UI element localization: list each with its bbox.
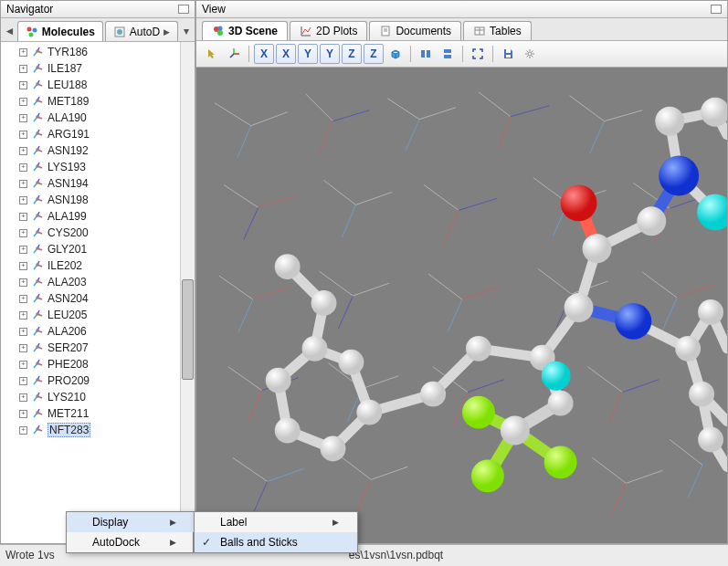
view-minimize-icon[interactable]	[711, 5, 722, 14]
tree-item[interactable]: +ARG191	[1, 126, 180, 142]
expand-icon[interactable]: +	[19, 377, 27, 385]
tool-axis-z-neg[interactable]: Z	[364, 44, 384, 64]
tree-item[interactable]: +SER207	[1, 340, 180, 356]
expand-icon[interactable]: +	[19, 278, 27, 287]
expand-icon[interactable]: +	[19, 246, 27, 254]
tree-item[interactable]: +ASN204	[1, 290, 180, 307]
expand-icon[interactable]: +	[19, 147, 27, 155]
tree-item[interactable]: +PHE208	[1, 356, 180, 372]
svg-line-141	[590, 121, 605, 154]
tree-item[interactable]: +ASN194	[1, 175, 180, 192]
check-icon: ✓	[202, 536, 211, 549]
expand-icon[interactable]: +	[19, 393, 27, 402]
tab-documents[interactable]: Documents	[369, 21, 461, 40]
menu-autodock[interactable]: AutoDock ▶	[67, 532, 195, 552]
tool-axis-z-pos[interactable]: Z	[342, 44, 362, 64]
svg-rect-117	[506, 49, 511, 53]
svg-line-170	[642, 272, 677, 298]
tool-fullscreen[interactable]	[468, 44, 488, 64]
svg-line-132	[320, 121, 333, 153]
tree-item[interactable]: +LYS193	[1, 159, 180, 175]
scrollbar-thumb[interactable]	[182, 279, 194, 380]
tree-item-label: SER207	[47, 341, 89, 354]
tree-item-label: PHE208	[47, 358, 89, 371]
tool-settings[interactable]	[520, 44, 540, 64]
expand-icon[interactable]: +	[19, 98, 27, 106]
tree-item[interactable]: +LEU205	[1, 307, 180, 323]
tree-item[interactable]: +PRO209	[1, 372, 180, 389]
expand-icon[interactable]: +	[19, 262, 27, 270]
tree-item[interactable]: +ALA190	[1, 110, 180, 126]
expand-icon[interactable]: +	[19, 163, 27, 172]
navigator-title: Navigator	[6, 3, 53, 16]
3d-viewport[interactable]	[196, 68, 727, 543]
expand-icon[interactable]: +	[19, 48, 27, 57]
expand-icon[interactable]: +	[19, 65, 27, 73]
expand-icon[interactable]: +	[19, 180, 27, 188]
tool-split-h[interactable]	[416, 44, 436, 64]
svg-point-248	[564, 293, 594, 322]
tree-item[interactable]: +ASN198	[1, 192, 180, 208]
expand-icon[interactable]: +	[19, 213, 27, 221]
expand-icon[interactable]: +	[19, 196, 27, 204]
menu-label[interactable]: Label ▶	[195, 512, 357, 532]
tool-pointer[interactable]	[202, 44, 222, 64]
tree-item[interactable]: +ALA206	[1, 323, 180, 340]
tree-item[interactable]: +ALA203	[1, 274, 180, 290]
tree-item[interactable]: +MET211	[1, 405, 180, 422]
tree-item[interactable]: +LYS210	[1, 389, 180, 405]
tool-axis-x-pos[interactable]: X	[254, 44, 274, 64]
expand-icon[interactable]: +	[19, 361, 27, 369]
tree-item[interactable]: +ASN192	[1, 142, 180, 159]
tab-tables[interactable]: Tables	[463, 21, 532, 40]
tree-item[interactable]: +MET189	[1, 93, 180, 110]
tool-axis-x-neg[interactable]: X	[276, 44, 296, 64]
menu-display[interactable]: Display ▶	[67, 512, 195, 532]
expand-icon[interactable]: +	[19, 426, 27, 435]
tree-item[interactable]: +ALA199	[1, 208, 180, 225]
molecule-icon	[26, 26, 38, 38]
tree-scrollbar[interactable]	[180, 42, 195, 543]
chevron-right-icon: ▶	[164, 27, 170, 37]
tree-item-label: ALA203	[47, 276, 87, 288]
svg-line-172	[677, 285, 713, 298]
expand-icon[interactable]: +	[19, 311, 27, 320]
tree-item[interactable]: +CYS200	[1, 225, 180, 241]
tree-item[interactable]: +GLY201	[1, 241, 180, 257]
tool-cube[interactable]	[385, 44, 406, 64]
menu-balls-and-sticks[interactable]: ✓ Balls and Sticks	[195, 532, 357, 552]
molecule-tree[interactable]: +TYR186+ILE187+LEU188+MET189+ALA190+ARG1…	[1, 42, 180, 543]
expand-icon[interactable]: +	[19, 131, 27, 139]
tab-molecules[interactable]: Molecules	[17, 21, 103, 41]
tool-split-v[interactable]	[438, 44, 458, 64]
tab-2d-plots[interactable]: 2D Plots	[290, 21, 367, 40]
tool-axes[interactable]	[224, 44, 244, 64]
tab-dropdown[interactable]: ▾	[180, 21, 192, 41]
tab-3d-scene[interactable]: 3D Scene	[202, 21, 288, 40]
tab-scroll-left[interactable]: ◄	[4, 21, 16, 41]
tree-item[interactable]: +ILE202	[1, 257, 180, 274]
expand-icon[interactable]: +	[19, 328, 27, 336]
tree-item[interactable]: +NFT283	[1, 422, 180, 438]
expand-icon[interactable]: +	[19, 229, 27, 237]
expand-icon[interactable]: +	[19, 344, 27, 352]
minimize-icon[interactable]	[178, 5, 189, 14]
svg-rect-116	[444, 55, 451, 58]
svg-point-103	[218, 26, 223, 31]
tool-save[interactable]	[498, 44, 518, 64]
svg-point-16	[36, 82, 39, 86]
svg-point-251	[583, 234, 612, 263]
expand-icon[interactable]: +	[19, 295, 27, 303]
svg-line-146	[324, 180, 356, 204]
residue-icon	[31, 341, 44, 354]
expand-icon[interactable]: +	[19, 81, 27, 89]
expand-icon[interactable]: +	[19, 410, 27, 418]
tool-axis-y-neg[interactable]: Y	[320, 44, 340, 64]
expand-icon[interactable]: +	[19, 114, 27, 122]
tree-item[interactable]: +TYR186	[1, 44, 180, 60]
tree-item[interactable]: +ILE187	[1, 60, 180, 77]
tool-axis-y-pos[interactable]: Y	[298, 44, 318, 64]
tab-autodock[interactable]: AutoD ▶	[105, 21, 178, 41]
tree-item[interactable]: +LEU188	[1, 77, 180, 93]
svg-line-190	[371, 466, 407, 479]
